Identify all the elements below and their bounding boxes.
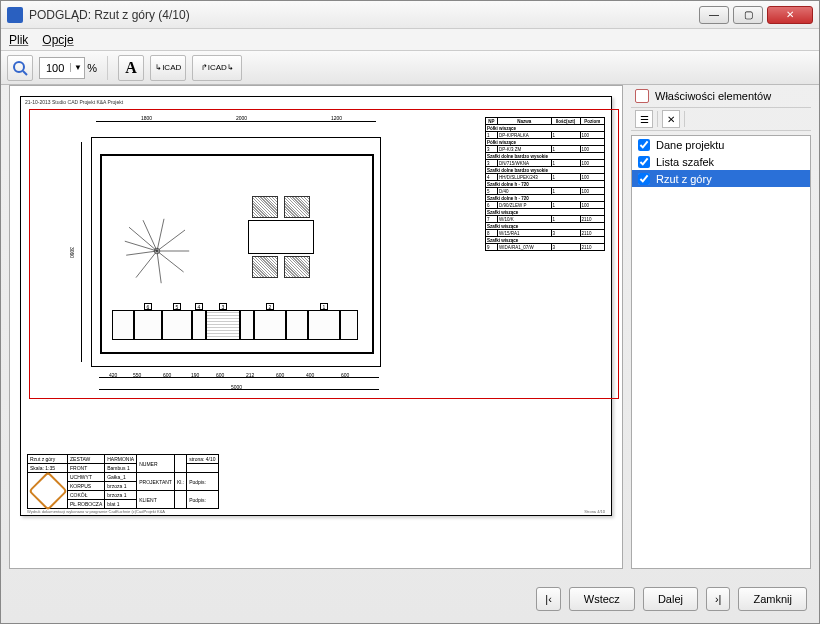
floor-plan: 6 5 4 3 2 1 bbox=[91, 137, 381, 367]
window-title: PODGLĄD: Rzut z góry (4/10) bbox=[29, 8, 695, 22]
app-window: PODGLĄD: Rzut z góry (4/10) — ▢ ✕ Plik O… bbox=[0, 0, 820, 624]
svg-line-1 bbox=[23, 71, 27, 75]
next-button[interactable]: Dalej bbox=[643, 587, 698, 611]
chair-icon bbox=[284, 256, 310, 278]
zoom-tool-button[interactable] bbox=[7, 55, 33, 81]
zoom-select[interactable]: 100 ▼ bbox=[39, 57, 85, 79]
plant-icon bbox=[122, 216, 192, 286]
zoom-group: 100 ▼ % bbox=[39, 57, 97, 79]
drawing-sheet: 21-10-2013 Studio CAD Projekt K&A Projek… bbox=[20, 96, 612, 516]
svg-line-11 bbox=[126, 251, 157, 255]
dim-b4: 190 bbox=[191, 372, 199, 378]
parts-table: NPNazwaIlość(szt)Poziom Półki wiszące1DP… bbox=[485, 117, 605, 251]
svg-point-0 bbox=[14, 62, 24, 72]
icad-export-button[interactable]: ↱ICAD↳ bbox=[192, 55, 242, 81]
dim-left: 3060 bbox=[69, 247, 75, 258]
svg-line-9 bbox=[157, 251, 161, 283]
element-list-item[interactable]: Dane projektu bbox=[632, 136, 810, 153]
chevron-down-icon: ▼ bbox=[70, 63, 84, 72]
table bbox=[248, 220, 314, 254]
preview-pane[interactable]: 21-10-2013 Studio CAD Projekt K&A Projek… bbox=[9, 85, 623, 569]
magnifier-icon bbox=[12, 60, 28, 76]
menu-options[interactable]: Opcje bbox=[42, 33, 73, 47]
svg-line-4 bbox=[143, 220, 157, 251]
dim-b9: 600 bbox=[341, 372, 349, 378]
svg-line-10 bbox=[136, 251, 157, 278]
element-checkbox[interactable] bbox=[638, 156, 650, 168]
chair-icon bbox=[252, 256, 278, 278]
svg-line-12 bbox=[125, 241, 157, 251]
footer-note: Wydruk dokumentacji wykonano w programie… bbox=[27, 509, 165, 514]
cabinet-run: 6 5 4 3 2 1 bbox=[112, 310, 362, 340]
sheet-header-text: 21-10-2013 Studio CAD Projekt K&A Projek… bbox=[25, 99, 123, 105]
toolbar: 100 ▼ % A ↳ICAD ↱ICAD↳ bbox=[1, 51, 819, 85]
title-block: Rzut z góry ZESTAW HARMONIA NUMER strona… bbox=[27, 454, 219, 509]
app-icon bbox=[7, 7, 23, 23]
dim-b1: 420 bbox=[109, 372, 117, 378]
chair-icon bbox=[252, 196, 278, 218]
maximize-button[interactable]: ▢ bbox=[733, 6, 763, 24]
window-buttons: — ▢ ✕ bbox=[695, 6, 813, 24]
dim-b8: 400 bbox=[306, 372, 314, 378]
parts-body: Półki wiszące1DP-K/PRALKA1100Półki wiszą… bbox=[486, 125, 605, 251]
dim-bottom-total: 5000 bbox=[231, 384, 242, 390]
icad-import-button[interactable]: ↳ICAD bbox=[150, 55, 186, 81]
zoom-percent-label: % bbox=[87, 62, 97, 74]
font-button[interactable]: A bbox=[118, 55, 144, 81]
close-button[interactable]: Zamknij bbox=[738, 587, 807, 611]
delete-button[interactable]: ✕ bbox=[662, 110, 680, 128]
list-icon[interactable]: ☰ bbox=[635, 110, 653, 128]
content-area: 21-10-2013 Studio CAD Projekt K&A Projek… bbox=[9, 85, 811, 569]
properties-icon bbox=[635, 89, 649, 103]
back-button[interactable]: Wstecz bbox=[569, 587, 635, 611]
element-label: Rzut z góry bbox=[656, 173, 712, 185]
dim-b2: 550 bbox=[133, 372, 141, 378]
separator bbox=[657, 111, 658, 127]
element-list-item[interactable]: Rzut z góry bbox=[632, 170, 810, 187]
first-button[interactable]: |‹ bbox=[536, 587, 561, 611]
minimize-button[interactable]: — bbox=[699, 6, 729, 24]
room-outline: 6 5 4 3 2 1 bbox=[100, 154, 374, 354]
svg-line-8 bbox=[157, 251, 184, 272]
side-panel: Właściwości elementów ☰ ✕ Dane projektuL… bbox=[631, 85, 811, 569]
menu-file[interactable]: Plik bbox=[9, 33, 28, 47]
side-panel-title: Właściwości elementów bbox=[655, 90, 771, 102]
element-checkbox[interactable] bbox=[638, 173, 650, 185]
close-window-button[interactable]: ✕ bbox=[767, 6, 813, 24]
logo bbox=[28, 473, 68, 509]
element-list: Dane projektuLista szafekRzut z góry bbox=[631, 135, 811, 569]
side-panel-header: Właściwości elementów bbox=[631, 85, 811, 107]
dim-top-2: 2000 bbox=[236, 115, 247, 121]
element-list-item[interactable]: Lista szafek bbox=[632, 153, 810, 170]
dim-b7: 600 bbox=[276, 372, 284, 378]
dim-b3: 600 bbox=[163, 372, 171, 378]
menubar: Plik Opcje bbox=[1, 29, 819, 51]
chair-icon bbox=[284, 196, 310, 218]
toolbar-separator bbox=[107, 56, 108, 80]
chairs-bottom bbox=[252, 256, 310, 278]
svg-line-3 bbox=[129, 227, 157, 251]
dim-top-1: 1800 bbox=[141, 115, 152, 121]
last-button[interactable]: ›| bbox=[706, 587, 731, 611]
element-label: Lista szafek bbox=[656, 156, 714, 168]
side-toolbar: ☰ ✕ bbox=[631, 107, 811, 131]
titlebar: PODGLĄD: Rzut z góry (4/10) — ▢ ✕ bbox=[1, 1, 819, 29]
dim-b6: 212 bbox=[246, 372, 254, 378]
chairs-top bbox=[252, 196, 310, 218]
dim-top-3: 1200 bbox=[331, 115, 342, 121]
element-checkbox[interactable] bbox=[638, 139, 650, 151]
separator bbox=[684, 111, 685, 127]
button-bar: |‹ Wstecz Dalej ›| Zamknij bbox=[536, 587, 807, 611]
zoom-value: 100 bbox=[40, 62, 70, 74]
footer-page: Strona 4/10 bbox=[584, 509, 605, 514]
dim-b5: 600 bbox=[216, 372, 224, 378]
element-label: Dane projektu bbox=[656, 139, 725, 151]
